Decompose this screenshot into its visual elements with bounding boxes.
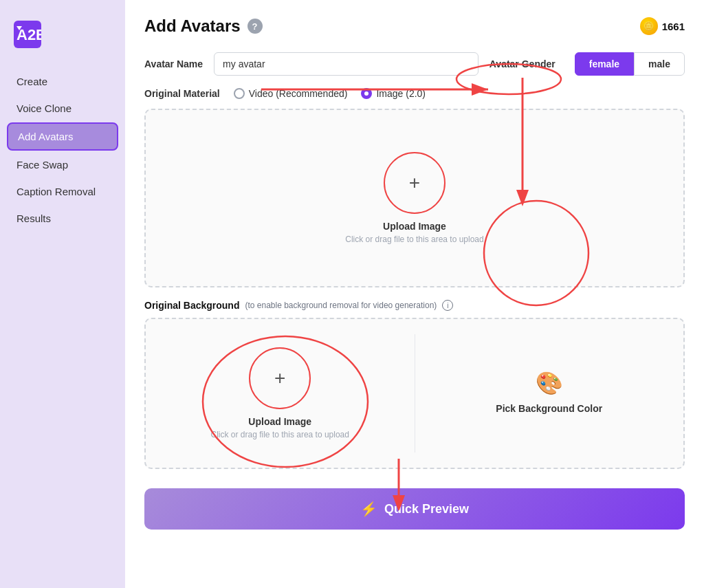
upload-main-text: Upload Image <box>383 221 446 232</box>
quick-preview-label: Quick Preview <box>384 502 469 516</box>
material-video-radio[interactable] <box>234 88 245 99</box>
background-upload-plus-icon: + <box>274 369 285 388</box>
gender-group: female male <box>575 52 685 76</box>
main-content: Add Avatars ? 🪙 1661 Avatar Name Avatar … <box>125 0 704 588</box>
sidebar-item-create[interactable]: Create <box>7 69 118 94</box>
upload-main-hint: Click or drag file to this area to uploa… <box>345 235 483 244</box>
sidebar-item-voice-clone[interactable]: Voice Clone <box>7 96 118 121</box>
sidebar-logo: A2E <box>0 14 125 69</box>
coin-count: 1661 <box>662 21 685 32</box>
upload-main-section: + Upload Image Click or drag file to thi… <box>144 109 685 287</box>
avatar-name-input[interactable] <box>214 52 478 76</box>
background-upload-half[interactable]: + Upload Image Click or drag file to thi… <box>146 319 415 468</box>
sidebar-navigation: Create Voice Clone Add Avatars Face Swap… <box>0 69 125 231</box>
background-upload-text: Upload Image <box>248 416 311 427</box>
sidebar-item-face-swap[interactable]: Face Swap <box>7 152 118 177</box>
material-video-option[interactable]: Video (Recommended) <box>234 88 348 99</box>
background-section: Original Background (to enable backgroun… <box>144 300 685 469</box>
material-video-label: Video (Recommended) <box>249 88 348 99</box>
sidebar-item-results[interactable]: Results <box>7 206 118 231</box>
page-header: Add Avatars ? 🪙 1661 <box>144 17 685 36</box>
gender-female-button[interactable]: female <box>575 52 634 76</box>
background-upload-hint: Click or drag file to this area to uploa… <box>211 430 349 439</box>
gender-male-button[interactable]: male <box>634 52 685 76</box>
coin-badge: 🪙 1661 <box>640 17 685 35</box>
material-image-label: Image (2.0) <box>376 88 426 99</box>
material-row: Original Material Video (Recommended) Im… <box>144 88 685 99</box>
background-color-label: Pick Background Color <box>496 403 602 414</box>
background-color-half[interactable]: 🎨 Pick Background Color <box>415 319 684 468</box>
help-icon[interactable]: ? <box>248 19 263 34</box>
upload-plus-icon: + <box>409 173 420 193</box>
sidebar-item-add-avatars[interactable]: Add Avatars <box>7 122 118 151</box>
background-info-icon[interactable]: i <box>442 300 453 311</box>
background-label-row: Original Background (to enable backgroun… <box>144 300 685 311</box>
bolt-icon: ⚡ <box>360 501 377 517</box>
header-left: Add Avatars ? <box>144 17 263 36</box>
background-sublabel: (to enable background removal for video … <box>245 301 437 310</box>
material-image-option[interactable]: Image (2.0) <box>361 88 426 99</box>
background-label: Original Background <box>144 300 239 311</box>
upload-main-circle: + <box>384 152 446 214</box>
avatar-name-label: Avatar Name <box>144 58 203 69</box>
material-label: Original Material <box>144 88 220 99</box>
gender-label: Avatar Gender <box>490 58 556 69</box>
sidebar: A2E Create Voice Clone Add Avatars Face … <box>0 0 125 588</box>
upload-main-box[interactable]: + Upload Image Click or drag file to thi… <box>144 109 685 287</box>
palette-icon: 🎨 <box>536 370 563 396</box>
background-upload-box: + Upload Image Click or drag file to thi… <box>144 318 685 469</box>
page-title: Add Avatars <box>144 17 241 36</box>
coin-icon: 🪙 <box>640 17 658 35</box>
material-image-radio[interactable] <box>361 88 372 99</box>
avatar-name-row: Avatar Name Avatar Gender female male <box>144 52 685 76</box>
background-upload-circle: + <box>249 347 311 409</box>
sidebar-item-caption-removal[interactable]: Caption Removal <box>7 179 118 204</box>
quick-preview-button[interactable]: ⚡ Quick Preview <box>144 488 685 530</box>
